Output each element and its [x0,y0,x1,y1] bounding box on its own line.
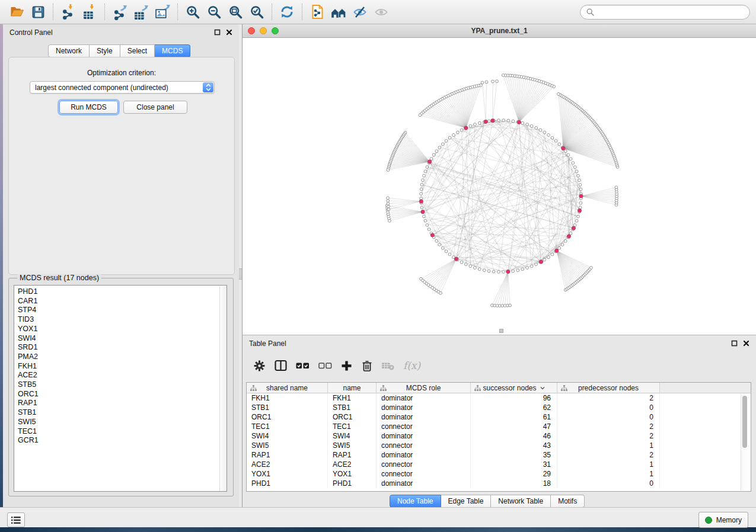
dominator-node[interactable] [567,235,570,238]
graph-node[interactable] [445,250,448,253]
search-input[interactable] [598,7,744,17]
graph-node[interactable] [474,123,477,126]
graph-node[interactable] [521,121,524,124]
mcds-result-item[interactable]: RAP1 [18,399,227,408]
graph-node[interactable] [441,143,444,146]
graph-node[interactable] [564,240,567,243]
tab-style[interactable]: Style [90,44,120,57]
graph-node[interactable] [615,186,618,189]
graph-node[interactable] [423,215,426,218]
table-row[interactable]: PHD1PHD1dominator180 [247,479,751,488]
memory-button[interactable]: Memory [698,512,748,528]
refresh-button[interactable] [276,2,298,22]
graph-node[interactable] [551,253,554,256]
close-panel-button[interactable]: Close panel [123,101,187,114]
float-panel-icon[interactable] [214,29,221,36]
zoom-selected-button[interactable] [246,2,267,22]
mcds-result-item[interactable]: STB1 [18,408,227,418]
minimize-window-button[interactable] [260,27,267,34]
graph-node[interactable] [526,123,529,126]
graph-node[interactable] [530,124,533,127]
dominator-node[interactable] [555,249,559,252]
table-scrollbar[interactable] [741,394,749,491]
graph-node[interactable] [579,183,582,186]
table-row[interactable]: FKH1FKH1dominator962 [247,393,751,403]
graph-node[interactable] [561,243,564,246]
table-row[interactable]: SWI5SWI5connector431 [247,441,751,450]
mcds-result-item[interactable]: SRD1 [18,343,227,352]
graph-node[interactable] [426,166,429,169]
graph-node[interactable] [435,239,438,242]
result-list-scrollbar[interactable] [219,286,227,492]
float-panel-icon[interactable] [731,340,738,347]
dominator-node[interactable] [421,210,425,214]
graph-node[interactable] [558,143,561,146]
import-table-button[interactable] [79,2,100,22]
graph-node[interactable] [387,169,390,172]
dominator-node[interactable] [562,146,565,150]
column-header-name[interactable]: name [328,383,377,393]
graph-node[interactable] [496,80,499,83]
graph-node[interactable] [448,136,451,139]
graph-node[interactable] [483,269,486,272]
delete-row-button[interactable] [361,360,373,372]
mcds-result-item[interactable]: PMA2 [18,352,227,362]
dominator-node[interactable] [517,120,521,124]
network-graph[interactable] [243,38,756,335]
graph-node[interactable] [420,183,423,186]
mcds-result-item[interactable]: SWI5 [18,418,227,427]
graph-node[interactable] [387,208,390,211]
select-all-button[interactable] [296,361,310,370]
graph-node[interactable] [456,131,459,134]
dominator-node[interactable] [464,126,468,130]
graph-node[interactable] [564,150,567,153]
graph-node[interactable] [543,131,546,134]
graph-node[interactable] [487,270,490,273]
dominator-node[interactable] [579,194,583,198]
table-row[interactable]: TEC1TEC1connector472 [247,422,751,431]
graph-node[interactable] [435,150,438,153]
criterion-select[interactable]: largest connected component (undirected) [30,81,215,94]
graph-node[interactable] [512,120,515,123]
graph-node[interactable] [420,188,423,191]
graph-node[interactable] [547,256,550,259]
graph-node[interactable] [573,166,576,169]
new-network-from-selection-button[interactable] [307,2,328,22]
tab-mcds[interactable]: MCDS [155,44,190,57]
zoom-window-button[interactable] [272,27,279,34]
graph-node[interactable] [428,228,430,231]
graph-node[interactable] [438,146,441,149]
save-session-button[interactable] [27,2,49,22]
mcds-result-item[interactable]: PHD1 [18,287,227,297]
export-network-button[interactable] [109,2,130,22]
graph-node[interactable] [460,129,463,132]
graph-node[interactable] [535,263,538,266]
close-panel-icon[interactable] [743,340,749,347]
graph-node[interactable] [445,139,448,142]
mcds-result-item[interactable]: STP4 [18,306,227,315]
graph-node[interactable] [387,202,390,205]
zoom-in-button[interactable] [182,2,203,22]
graph-node[interactable] [521,268,524,271]
graph-node[interactable] [424,170,427,173]
graph-node[interactable] [492,270,495,273]
zoom-out-button[interactable] [203,2,225,22]
graph-node[interactable] [460,261,463,264]
table-row[interactable]: RAP1RAP1dominator352 [247,450,751,460]
graph-node[interactable] [420,206,423,209]
graph-node[interactable] [441,246,444,249]
graph-node[interactable] [487,120,490,123]
graph-node[interactable] [530,265,533,268]
graph-node[interactable] [497,119,500,122]
canvas-grip-icon[interactable] [499,329,503,333]
table-row[interactable]: ACE2ACE2connector311 [247,460,751,469]
export-table-button[interactable] [130,2,152,22]
graph-node[interactable] [502,119,505,122]
dominator-node[interactable] [454,257,458,261]
graph-node[interactable] [502,74,505,77]
mcds-result-item[interactable]: SWI4 [18,334,227,344]
table-row[interactable]: YOX1YOX1connector291 [247,469,751,479]
table-row[interactable]: STB1STB1dominator620 [247,403,751,412]
graph-node[interactable] [387,200,390,203]
graph-node[interactable] [497,271,500,274]
